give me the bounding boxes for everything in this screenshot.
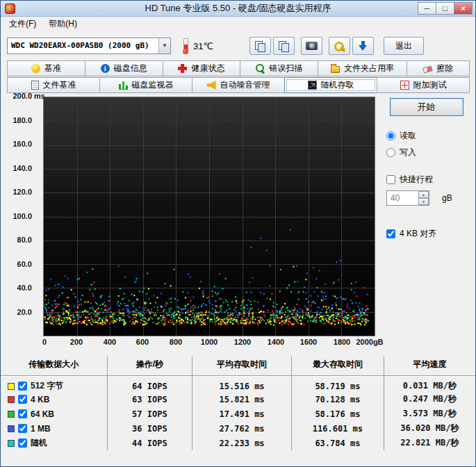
tab-label: 文件基准	[43, 79, 76, 91]
options-button[interactable]	[329, 37, 350, 55]
start-button[interactable]: 开始	[390, 98, 463, 116]
tab-health[interactable]: 健康状态	[163, 60, 241, 76]
ms-unit-label: ms	[34, 92, 45, 100]
y-axis-label: 60.0	[7, 260, 32, 268]
spinner-up-button[interactable]: ▲	[418, 191, 429, 198]
maximize-button[interactable]: □	[436, 2, 454, 15]
close-button[interactable]: ×	[454, 2, 473, 15]
short-stroke-checkbox[interactable]	[386, 175, 395, 184]
tab-aam[interactable]: 自动噪音管理	[192, 77, 285, 93]
info-icon: i	[101, 64, 110, 73]
tab-disk-info[interactable]: i磁盘信息	[85, 60, 163, 76]
speaker-icon	[207, 81, 216, 90]
tab-file-benchmark[interactable]: 文件基准	[7, 77, 100, 93]
grid-icon	[400, 81, 409, 90]
series-checkbox[interactable]	[18, 382, 27, 391]
avg-access-value: 22.233 ms	[192, 436, 292, 450]
chart-block: 200.0 180.0 160.0 140.0 120.0 100.0 80.0…	[7, 97, 375, 347]
spinner: ▲ ▼	[418, 191, 429, 205]
random-access-panel: 200.0 180.0 160.0 140.0 120.0 100.0 80.0…	[1, 93, 475, 347]
series-checkbox[interactable]	[18, 424, 27, 433]
y-axis-label: 40.0	[7, 284, 32, 292]
tab-erase[interactable]: 擦除	[407, 60, 470, 76]
series-label: 1 MB	[31, 424, 51, 434]
avg-speed-value: 22.821 MB/秒	[384, 436, 475, 450]
tab-benchmark[interactable]: 基准	[7, 60, 85, 76]
avg-speed-value: 0.247 MB/秒	[384, 392, 475, 407]
read-label: 读取	[400, 130, 416, 142]
keys-icon	[334, 41, 345, 51]
window-controls: ─ □ ×	[418, 2, 475, 15]
scatter-icon	[308, 81, 317, 90]
tab-label: 随机存取	[321, 79, 354, 91]
titlebar[interactable]: HD Tune 专业版 5.50 - 硬盘/固态硬盘实用程序 ─ □ ×	[1, 1, 475, 17]
tab-disk-monitor[interactable]: 磁盘监视器	[99, 77, 192, 93]
max-access-value: 58.719 ms	[292, 376, 384, 393]
bulb-icon	[31, 64, 40, 73]
screenshot-button[interactable]	[301, 37, 322, 55]
x-axis-label: 800	[170, 338, 182, 346]
hdtune-window: HD Tune 专业版 5.50 - 硬盘/固态硬盘实用程序 ─ □ × 文件(…	[0, 0, 476, 467]
series-swatch	[8, 440, 15, 447]
tab-row-1: 基准 i磁盘信息 健康状态 错误扫描 文件夹占用率 擦除	[1, 60, 475, 76]
avg-access-value: 15.516 ms	[192, 376, 292, 393]
iops-value: 63 IOPS	[107, 392, 192, 407]
y-axis-label: 100.0	[7, 212, 32, 220]
x-axis-label: 200	[70, 338, 83, 346]
write-radio[interactable]	[386, 148, 395, 157]
plot-area	[43, 97, 375, 336]
chevron-down-icon[interactable]: ▼	[158, 38, 170, 54]
minimize-button[interactable]: ─	[418, 2, 436, 15]
tab-label: 健康状态	[191, 63, 224, 74]
x-axis: 0 200 400 600 800 1000 1200 1400 1600 18…	[43, 336, 375, 347]
kb-align-checkbox[interactable]	[386, 229, 395, 238]
folder-icon	[331, 66, 340, 73]
app-icon	[5, 3, 15, 14]
results-table: 传输数据大小 操作/秒 平均存取时间 最大存取时间 平均速度 512 字节 64…	[1, 357, 475, 450]
iops-value: 36 IOPS	[107, 421, 192, 436]
tab-label: 磁盘信息	[114, 63, 147, 74]
results-header-row: 传输数据大小 操作/秒 平均存取时间 最大存取时间 平均速度	[1, 357, 475, 376]
copy-text-button[interactable]	[249, 37, 271, 55]
file-icon	[31, 81, 39, 90]
max-access-value: 58.176 ms	[292, 407, 384, 421]
col-header-avg-access: 平均存取时间	[192, 357, 292, 376]
toolbar-buttons	[249, 37, 374, 55]
temperature-value: 31℃	[193, 41, 213, 51]
series-checkbox[interactable]	[18, 409, 27, 418]
x-axis-label: 600	[136, 338, 149, 346]
save-results-button[interactable]	[352, 37, 374, 55]
menubar: 文件(F) 帮助(H)	[1, 17, 475, 31]
series-label: 随机	[31, 437, 47, 449]
exit-button[interactable]: 退出	[384, 37, 424, 55]
series-swatch	[8, 396, 15, 403]
copy-image-button[interactable]	[273, 37, 295, 55]
x-axis-label: 1800	[334, 338, 350, 346]
tab-label: 擦除	[436, 63, 453, 74]
menu-help[interactable]: 帮助(H)	[42, 17, 83, 31]
iops-value: 44 IOPS	[107, 436, 192, 450]
y-axis-label: 160.0	[7, 140, 32, 148]
y-axis-label: 140.0	[7, 164, 32, 172]
drive-select[interactable]: WDC WD20EARX-00PASB0 (2000 gB) ▼	[7, 38, 171, 54]
tab-error-scan[interactable]: 错误扫描	[240, 60, 318, 76]
table-row: 1 MB 36 IOPS 27.762 ms 116.601 ms 36.020…	[1, 421, 475, 436]
y-axis-label: 80.0	[7, 236, 32, 244]
window-title: HD Tune 专业版 5.50 - 硬盘/固态硬盘实用程序	[145, 2, 331, 15]
avg-speed-value: 36.020 MB/秒	[384, 421, 475, 436]
tab-row-2: 文件基准 磁盘监视器 自动噪音管理 随机存取 附加测试	[1, 77, 475, 93]
series-checkbox[interactable]	[18, 395, 27, 404]
read-radio[interactable]	[386, 131, 395, 140]
series-swatch	[8, 411, 15, 418]
menu-file[interactable]: 文件(F)	[3, 17, 42, 31]
iops-value: 57 IOPS	[107, 407, 192, 421]
tab-extra-tests[interactable]: 附加测试	[377, 77, 470, 93]
spinner-down-button[interactable]: ▼	[418, 198, 429, 205]
tab-label: 基准	[44, 63, 61, 74]
tab-random-access[interactable]: 随机存取	[284, 77, 377, 93]
tab-folder-usage[interactable]: 文件夹占用率	[318, 60, 407, 76]
series-checkbox[interactable]	[18, 439, 27, 448]
thermometer-icon	[181, 38, 189, 54]
x-axis-label: 400	[104, 338, 116, 346]
tab-label: 自动噪音管理	[220, 79, 270, 91]
